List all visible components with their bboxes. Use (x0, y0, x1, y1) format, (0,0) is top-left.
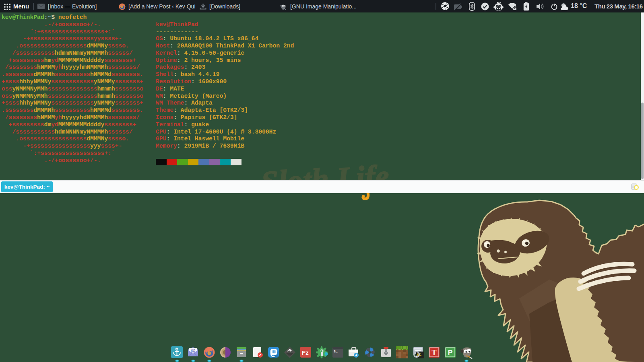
svg-text:$_: $_ (334, 350, 338, 353)
svg-text:T: T (431, 349, 436, 357)
svg-text:P: P (448, 349, 452, 357)
svg-text:Fz: Fz (302, 349, 309, 356)
